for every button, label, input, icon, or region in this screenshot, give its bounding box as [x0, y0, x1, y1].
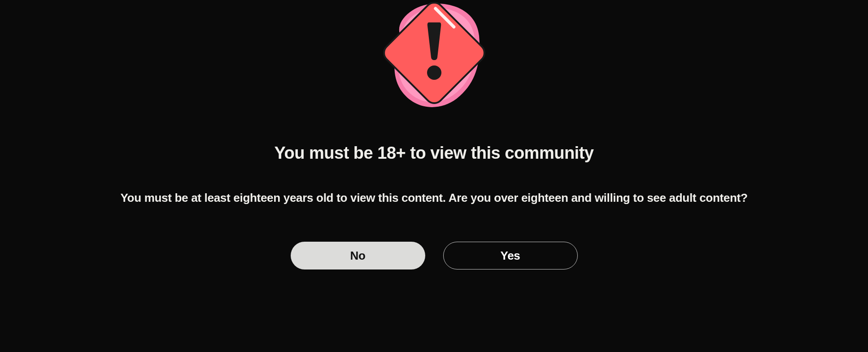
age-gate-dialog: You must be 18+ to view this community Y…: [0, 0, 868, 269]
yes-button[interactable]: Yes: [443, 242, 578, 269]
age-gate-title: You must be 18+ to view this community: [275, 143, 594, 163]
warning-sign-icon: [376, 0, 493, 121]
svg-point-1: [427, 65, 441, 80]
age-gate-button-row: No Yes: [291, 242, 578, 269]
age-gate-subtitle: You must be at least eighteen years old …: [120, 190, 747, 206]
no-button[interactable]: No: [291, 242, 425, 269]
